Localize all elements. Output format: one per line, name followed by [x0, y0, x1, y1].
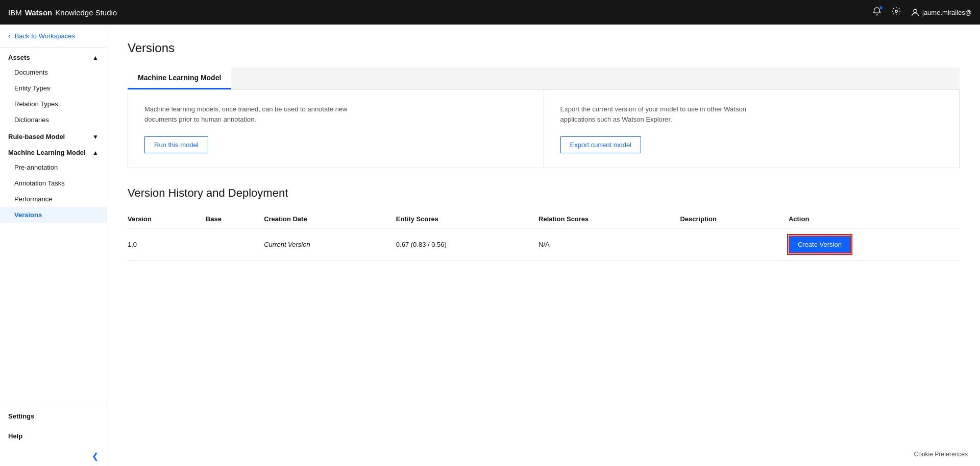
card-export-model: Export the current version of your model… — [544, 90, 960, 168]
assets-header: Assets ▲ — [0, 48, 107, 64]
col-base: Base — [206, 210, 264, 228]
chevron-left-icon: ‹ — [8, 32, 11, 40]
cell-entity-scores: 0.67 (0.83 / 0.56) — [396, 228, 538, 261]
create-version-button[interactable]: Create Version — [789, 236, 851, 253]
col-version: Version — [128, 210, 206, 228]
sidebar-item-versions[interactable]: Versions — [0, 207, 107, 223]
back-to-workspaces[interactable]: ‹ Back to Workspaces — [0, 25, 107, 48]
table-header: Version Base Creation Date Entity Scores… — [128, 210, 960, 228]
brand-rest: Knowledge Studio — [55, 8, 117, 17]
versions-table: Version Base Creation Date Entity Scores… — [128, 210, 960, 261]
col-description: Description — [680, 210, 788, 228]
topnav-right: jaume.miralles@ — [872, 7, 972, 18]
page-title: Versions — [128, 41, 960, 55]
assets-label: Assets — [8, 54, 30, 61]
brand-watson: Watson — [25, 8, 53, 17]
svg-point-0 — [895, 10, 898, 12]
user-email: jaume.miralles@ — [922, 9, 972, 16]
card-left-text: Machine learning models, once trained, c… — [144, 104, 349, 124]
card-right-text: Export the current version of your model… — [560, 104, 765, 124]
export-current-model-button[interactable]: Export current model — [560, 136, 642, 153]
cell-version: 1.0 — [128, 228, 206, 261]
main-content-area: Versions Machine Learning Model Machine … — [107, 25, 980, 466]
sidebar-item-documents[interactable]: Documents — [0, 64, 107, 80]
sidebar-item-help[interactable]: Help — [0, 426, 107, 446]
notification-dot — [879, 6, 883, 10]
main-content: Versions Machine Learning Model Machine … — [107, 25, 980, 277]
rule-based-label: Rule-based Model — [8, 133, 65, 141]
assets-items: Documents Entity Types Relation Types Di… — [0, 64, 107, 128]
run-this-model-button[interactable]: Run this model — [144, 136, 208, 153]
settings-icon[interactable] — [892, 7, 901, 18]
sidebar: ‹ Back to Workspaces Assets ▲ Documents … — [0, 25, 107, 466]
rule-based-model-header[interactable]: Rule-based Model ▼ — [0, 128, 107, 144]
col-relation-scores: Relation Scores — [538, 210, 680, 228]
ml-model-collapse-icon: ▲ — [92, 149, 99, 156]
sidebar-bottom: Settings Help — [0, 406, 107, 446]
user-profile[interactable]: jaume.miralles@ — [911, 8, 972, 16]
assets-collapse-icon[interactable]: ▲ — [92, 54, 99, 61]
notification-icon[interactable] — [872, 7, 881, 18]
ml-items: Pre-annotation Annotation Tasks Performa… — [0, 159, 107, 223]
cell-description — [680, 228, 788, 261]
info-cards: Machine learning models, once trained, c… — [128, 90, 960, 168]
brand-ibm: IBM — [8, 8, 22, 17]
cell-relation-scores: N/A — [538, 228, 680, 261]
current-version-label: Current Version — [264, 241, 310, 248]
collapse-icon: ❮ — [92, 451, 99, 461]
ml-model-label: Machine Learning Model — [8, 149, 86, 156]
svg-point-1 — [914, 9, 917, 12]
table-row: 1.0 Current Version 0.67 (0.83 / 0.56) N… — [128, 228, 960, 261]
sidebar-item-performance[interactable]: Performance — [0, 191, 107, 207]
col-action: Action — [789, 210, 960, 228]
ml-model-header[interactable]: Machine Learning Model ▲ — [0, 144, 107, 159]
rule-based-collapse-icon: ▼ — [92, 133, 99, 141]
col-entity-scores: Entity Scores — [396, 210, 538, 228]
back-label: Back to Workspaces — [15, 32, 75, 40]
cell-creation-date: Current Version — [264, 228, 396, 261]
assets-section: Assets ▲ Documents Entity Types Relation… — [0, 48, 107, 128]
brand: IBM Watson Knowledge Studio — [8, 8, 117, 17]
sidebar-item-pre-annotation[interactable]: Pre-annotation — [0, 159, 107, 175]
tabs: Machine Learning Model — [128, 67, 960, 90]
sidebar-item-settings[interactable]: Settings — [0, 406, 107, 426]
sidebar-item-annotation-tasks[interactable]: Annotation Tasks — [0, 175, 107, 191]
card-run-model: Machine learning models, once trained, c… — [128, 90, 544, 168]
sidebar-item-dictionaries[interactable]: Dictionaries — [0, 112, 107, 128]
cell-action: Create Version — [789, 228, 960, 261]
cell-base — [206, 228, 264, 261]
sidebar-collapse-btn[interactable]: ❮ — [0, 446, 107, 466]
ml-model-section: Machine Learning Model ▲ Pre-annotation … — [0, 144, 107, 223]
tab-machine-learning-model[interactable]: Machine Learning Model — [128, 67, 231, 89]
col-creation-date: Creation Date — [264, 210, 396, 228]
sidebar-item-relation-types[interactable]: Relation Types — [0, 96, 107, 112]
layout: ‹ Back to Workspaces Assets ▲ Documents … — [0, 25, 980, 466]
table-body: 1.0 Current Version 0.67 (0.83 / 0.56) N… — [128, 228, 960, 261]
version-history-title: Version History and Deployment — [128, 187, 960, 200]
cookie-preferences[interactable]: Cookie Preferences — [914, 451, 968, 458]
topnav: IBM Watson Knowledge Studio jaume.mirall… — [0, 0, 980, 25]
sidebar-item-entity-types[interactable]: Entity Types — [0, 80, 107, 96]
